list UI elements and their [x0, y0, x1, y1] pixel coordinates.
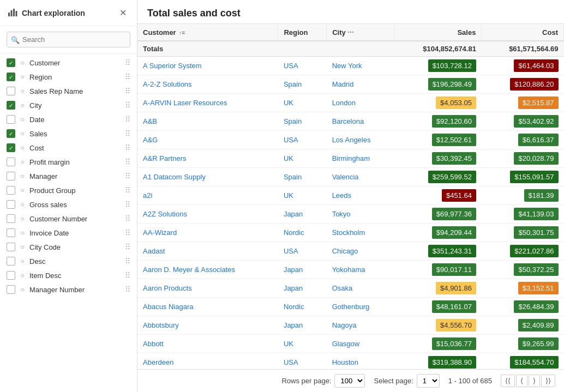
sidebar-item-manager-number[interactable]: ○Manager Number⠿ [0, 282, 137, 297]
customer-link[interactable]: Aadast [143, 247, 165, 255]
field-checkbox-item-desc[interactable] [7, 271, 15, 280]
customer-link[interactable]: Aaron D. Meyer & Associates [143, 266, 235, 274]
sidebar-item-cost[interactable]: ○Cost⠿ [0, 141, 137, 155]
first-page-button[interactable]: ⟨⟨ [501, 375, 515, 387]
region-link[interactable]: UK [284, 154, 293, 162]
customer-link[interactable]: A&R Partners [143, 154, 186, 162]
customer-link[interactable]: Abacus Niagara [143, 303, 194, 311]
field-checkbox-gross-sales[interactable] [7, 200, 15, 209]
city-link[interactable]: Glasgow [332, 340, 360, 348]
field-checkbox-product-group[interactable] [7, 186, 15, 195]
region-link[interactable]: Spain [284, 173, 302, 181]
city-link[interactable]: Leeds [332, 191, 351, 200]
city-link[interactable]: Madrid [332, 80, 354, 88]
field-checkbox-date[interactable] [7, 115, 15, 124]
customer-link[interactable]: A2Z Solutions [143, 210, 187, 218]
city-link[interactable]: Chicago [332, 247, 358, 255]
city-link[interactable]: London [332, 99, 356, 107]
field-checkbox-profit-margin[interactable] [7, 158, 15, 166]
field-checkbox-manager[interactable] [7, 172, 15, 180]
drag-handle-manager-number[interactable]: ⠿ [125, 285, 130, 294]
customer-link[interactable]: AA-Wizard [143, 228, 177, 237]
city-link[interactable]: Nagoya [332, 321, 357, 329]
region-link[interactable]: USA [284, 62, 298, 70]
region-link[interactable]: USA [284, 247, 298, 255]
drag-handle-cost[interactable]: ⠿ [125, 143, 130, 152]
customer-link[interactable]: A Superior System [143, 62, 202, 70]
field-checkbox-city-code[interactable] [7, 243, 15, 251]
sidebar-item-manager[interactable]: ○Manager⠿ [0, 169, 137, 183]
search-input[interactable] [7, 32, 130, 47]
customer-link[interactable]: a2i [143, 191, 152, 200]
drag-handle-sales-rep-name[interactable]: ⠿ [125, 87, 130, 95]
field-checkbox-manager-number[interactable] [7, 285, 15, 294]
drag-handle-city[interactable]: ⠿ [125, 101, 130, 110]
region-link[interactable]: UK [284, 340, 293, 348]
col-region[interactable]: Region [278, 24, 327, 41]
sidebar-item-customer-number[interactable]: ○Customer Number⠿ [0, 212, 137, 226]
sidebar-item-city[interactable]: ○City⠿ [0, 98, 137, 112]
city-link[interactable]: Yokohama [332, 266, 365, 274]
customer-link[interactable]: Abbotsbury [143, 321, 179, 329]
region-link[interactable]: Spain [284, 80, 302, 88]
customer-link[interactable]: Aaron Products [143, 284, 192, 292]
drag-handle-item-desc[interactable]: ⠿ [125, 271, 130, 280]
drag-handle-product-group[interactable]: ⠿ [125, 186, 130, 195]
city-link[interactable]: Stockholm [332, 228, 365, 237]
drag-handle-desc[interactable]: ⠿ [125, 257, 130, 266]
customer-link[interactable]: A&G [143, 136, 158, 144]
drag-handle-customer[interactable]: ⠿ [125, 58, 130, 67]
drag-handle-gross-sales[interactable]: ⠿ [125, 200, 130, 209]
city-link[interactable]: Barcelona [332, 117, 364, 125]
table-wrap[interactable]: Customer ↑= Region City ··· Sales Cost [137, 23, 564, 369]
region-link[interactable]: UK [284, 191, 293, 200]
region-link[interactable]: Japan [284, 284, 303, 292]
field-checkbox-city[interactable] [7, 101, 15, 110]
field-checkbox-customer-number[interactable] [7, 214, 15, 223]
sidebar-item-desc[interactable]: ○Desc⠿ [0, 254, 137, 268]
more-icon[interactable]: ··· [347, 28, 354, 37]
col-city[interactable]: City ··· [327, 24, 394, 41]
drag-handle-sales[interactable]: ⠿ [125, 129, 130, 138]
last-page-button[interactable]: ⟩⟩ [541, 375, 555, 387]
city-link[interactable]: Tokyo [332, 210, 351, 218]
drag-handle-customer-number[interactable]: ⠿ [125, 214, 130, 223]
close-sidebar-button[interactable]: ✕ [117, 7, 129, 19]
field-checkbox-invoice-date[interactable] [7, 228, 15, 237]
drag-handle-city-code[interactable]: ⠿ [125, 243, 130, 251]
sidebar-item-customer[interactable]: ○Customer⠿ [0, 56, 137, 70]
drag-handle-region[interactable]: ⠿ [125, 73, 130, 81]
city-link[interactable]: New York [332, 62, 362, 70]
region-link[interactable]: Nordic [284, 303, 304, 311]
rows-per-page-select[interactable]: 102550100200 [334, 374, 365, 388]
region-link[interactable]: Nordic [284, 228, 304, 237]
city-link[interactable]: Houston [332, 358, 358, 366]
drag-handle-invoice-date[interactable]: ⠿ [125, 228, 130, 237]
sidebar-item-profit-margin[interactable]: ○Profit margin⠿ [0, 155, 137, 169]
region-link[interactable]: Spain [284, 117, 302, 125]
field-checkbox-region[interactable] [7, 73, 15, 81]
next-page-button[interactable]: ⟩ [529, 375, 540, 387]
city-link[interactable]: Valencia [332, 173, 359, 181]
customer-link[interactable]: A1 Datacom Supply [143, 173, 206, 181]
sidebar-item-gross-sales[interactable]: ○Gross sales⠿ [0, 197, 137, 212]
region-link[interactable]: UK [284, 99, 293, 107]
col-sales[interactable]: Sales [394, 24, 482, 41]
sidebar-item-invoice-date[interactable]: ○Invoice Date⠿ [0, 226, 137, 240]
region-link[interactable]: Japan [284, 210, 303, 218]
sidebar-item-region[interactable]: ○Region⠿ [0, 70, 137, 84]
col-cost[interactable]: Cost [482, 24, 564, 41]
drag-handle-profit-margin[interactable]: ⠿ [125, 158, 130, 166]
page-select[interactable]: 1234567 [417, 374, 440, 388]
drag-handle-manager[interactable]: ⠿ [125, 172, 130, 180]
sidebar-item-sales[interactable]: ○Sales⠿ [0, 126, 137, 141]
field-checkbox-cost[interactable] [7, 143, 15, 152]
sidebar-item-sales-rep-name[interactable]: ○Sales Rep Name⠿ [0, 84, 137, 98]
region-link[interactable]: Japan [284, 321, 303, 329]
customer-link[interactable]: Abbott [143, 340, 164, 348]
field-checkbox-customer[interactable] [7, 58, 15, 67]
sidebar-item-product-group[interactable]: ○Product Group⠿ [0, 183, 137, 197]
col-customer[interactable]: Customer ↑= [137, 24, 278, 41]
region-link[interactable]: USA [284, 358, 298, 366]
customer-link[interactable]: A-ARVIN Laser Resources [143, 99, 227, 107]
